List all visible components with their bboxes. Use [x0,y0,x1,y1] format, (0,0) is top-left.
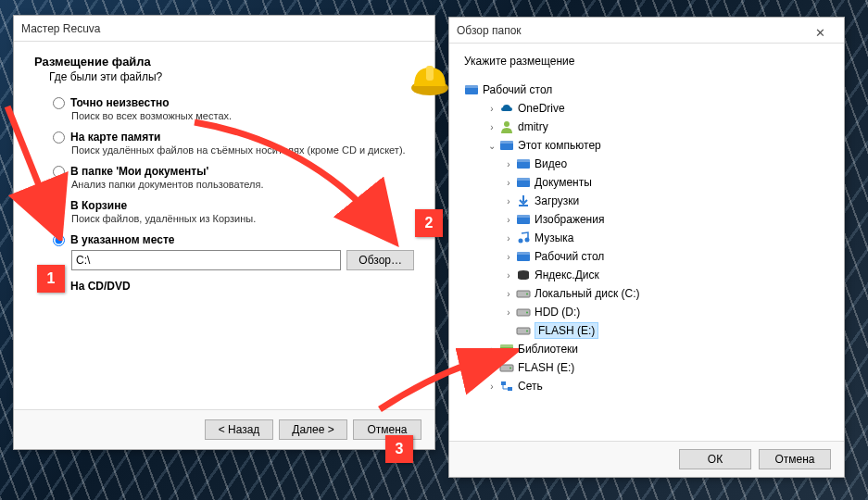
expand-icon[interactable]: › [503,289,514,299]
music-icon [516,231,531,245]
ok-button[interactable]: ОК [679,449,751,469]
tree-label: dmitry [518,120,548,133]
expand-icon[interactable]: › [503,215,514,225]
expand-icon[interactable]: › [503,178,514,188]
tree-node[interactable]: ›Загрузки [464,192,829,210]
desk-icon [516,249,531,264]
tree-label: FLASH (E:) [518,361,574,374]
expand-icon[interactable]: › [503,252,514,262]
browse-button[interactable]: Обзор… [346,250,414,270]
expand-icon[interactable]: › [503,270,514,281]
tree-root[interactable]: Рабочий стол [464,81,829,99]
svg-point-28 [509,368,511,369]
expand-icon[interactable]: › [503,159,514,169]
svg-rect-6 [500,141,513,144]
wizard-button-row: < Назад Далее > Отмена [14,409,434,449]
annotation-3: 3 [385,435,413,463]
wizard-titlebar: Мастер Recuva [14,16,434,42]
back-button[interactable]: < Назад [205,419,273,440]
svg-rect-26 [500,344,513,347]
radio-option[interactable]: В указанном местеОбзор… [53,233,414,270]
folder-tree: Рабочий стол›OneDrive›dmitry⌄Этот компью… [464,81,829,395]
tree-label: Библиотеки [518,343,578,356]
expand-icon[interactable]: › [486,344,497,355]
option-label: В Корзине [70,199,127,212]
tree-node[interactable]: ›Видео [464,155,829,173]
tree-node[interactable]: ›Музыка [464,229,829,247]
net-icon [499,379,514,394]
tree-label: OneDrive [518,102,565,115]
radio-option[interactable]: В папке 'Мои документы'Анализ папки доку… [53,165,414,190]
expand-icon[interactable]: › [486,381,497,392]
expand-icon[interactable]: › [486,104,497,114]
tree-label: Документы [535,176,592,189]
radio-option[interactable]: На CD/DVD [53,280,414,293]
expand-icon[interactable]: › [486,363,497,373]
tree-node[interactable]: ›OneDrive [464,99,829,118]
browse-titlebar: Обзор папок ✕ [449,18,844,44]
down-icon [516,194,531,208]
recuva-wizard-window: Мастер Recuva Размещение файла Где были … [13,15,435,450]
radio-input[interactable] [53,97,65,109]
expand-icon[interactable]: › [503,307,514,318]
tree-node[interactable]: ›Библиотеки [464,340,829,358]
recuva-hardhat-icon [409,60,451,97]
browse-cancel-button[interactable]: Отмена [759,449,831,469]
tree-node[interactable]: ›Изображения [464,210,829,229]
browse-title: Обзор папок [457,18,522,44]
tree-label: Музыка [535,231,573,244]
svg-point-22 [526,312,528,314]
radio-option[interactable]: В КорзинеПоиск файлов, удалённых из Корз… [53,199,414,224]
option-label: В папке 'Мои документы' [70,165,208,178]
annotation-1: 1 [37,265,65,293]
onedrive-icon [499,101,514,116]
radio-input[interactable] [53,131,65,144]
expand-icon[interactable]: ⌄ [486,141,497,151]
svg-rect-29 [501,381,506,385]
option-label: На CD/DVD [70,280,131,293]
desktop-icon [464,82,479,97]
browse-prompt: Укажите размещение [464,55,829,68]
svg-point-24 [526,331,528,332]
close-icon[interactable]: ✕ [803,20,837,41]
next-button[interactable]: Далее > [279,419,347,440]
tree-label: Изображения [535,213,604,226]
expand-icon[interactable]: › [486,122,497,132]
tree-node[interactable]: ›Локальный диск (C:) [464,284,829,303]
expand-icon[interactable]: › [503,233,514,244]
tree-label: Яндекс.Диск [535,269,599,281]
tree-label: Рабочий стол [483,83,552,96]
drive-icon [499,360,514,375]
tree-node[interactable]: ›dmitry [464,118,829,136]
option-label: На карте памяти [70,131,160,144]
option-desc: Поиск удалённых файлов на съёмных носите… [71,144,414,156]
expand-icon[interactable]: › [503,196,514,206]
tree-node[interactable]: ›Яндекс.Диск [464,266,829,284]
svg-point-15 [525,238,530,243]
path-input[interactable] [71,250,341,270]
radio-option[interactable]: Точно неизвестноПоиск во всех возможных … [53,96,414,121]
tree-node[interactable]: ›FLASH (E:) [464,358,829,377]
video-icon [516,156,531,171]
radio-option[interactable]: На карте памятиПоиск удалённых файлов на… [53,131,414,156]
option-desc: Поиск файлов, удалённых из Корзины. [71,213,414,224]
svg-rect-3 [465,85,478,88]
tree-label: Рабочий стол [535,250,604,263]
svg-rect-17 [517,252,530,255]
tree-node[interactable]: ›Рабочий стол [464,247,829,266]
radio-input[interactable] [53,234,65,246]
radio-input[interactable] [53,200,65,212]
user-icon [499,119,514,134]
tree-label: Сеть [518,380,543,393]
wizard-subheading: Где были эти файлы? [49,70,414,83]
radio-input[interactable] [53,166,65,178]
tree-node[interactable]: FLASH (E:) [464,321,829,340]
tree-node[interactable]: ⌄Этот компьютер [464,136,829,155]
wizard-heading: Размещение файла [34,55,414,69]
pc-icon [499,138,514,153]
tree-node[interactable]: ›HDD (D:) [464,303,829,321]
tree-node[interactable]: ›Документы [464,173,829,192]
drive-icon [516,286,531,301]
tree-label: Этот компьютер [518,139,601,152]
tree-node[interactable]: ›Сеть [464,377,829,395]
